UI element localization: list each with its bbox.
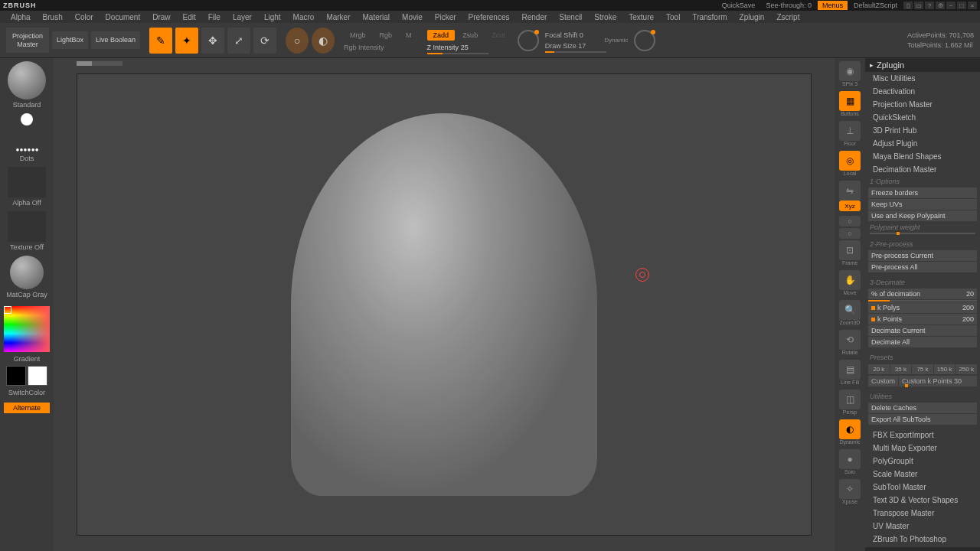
polypaint-weight-slider[interactable]: Polypaint weight [865, 222, 980, 233]
zintensity-slider[interactable]: Z Intensity 25 [427, 44, 511, 51]
decimate-current-button[interactable]: Decimate Current [868, 325, 977, 336]
live-boolean-button[interactable]: Live Boolean [91, 31, 140, 49]
swatch-secondary[interactable] [6, 366, 26, 386]
rotate-view-button[interactable]: ⟲ [839, 330, 861, 350]
brush-thumb[interactable] [8, 61, 46, 99]
minimize-icon[interactable]: − [946, 2, 956, 9]
gradient-label[interactable]: Gradient [14, 355, 41, 363]
dynamic-label[interactable]: Dynamic [604, 37, 628, 44]
plugin-projection[interactable]: Projection Master [865, 98, 980, 111]
menu-movie[interactable]: Movie [396, 13, 429, 21]
decimate-all-button[interactable]: Decimate All [868, 337, 977, 347]
menu-stroke[interactable]: Stroke [588, 13, 622, 21]
menu-zplugin[interactable]: Zplugin [733, 13, 771, 21]
menu-transform[interactable]: Transform [686, 13, 733, 21]
buttons-toggle[interactable]: ▦ [839, 91, 861, 111]
menu-draw[interactable]: Draw [146, 13, 176, 21]
plugin-quicksketch[interactable]: QuickSketch [865, 111, 980, 124]
plugin-misc[interactable]: Misc Utilities [865, 72, 980, 85]
preprocess-all-button[interactable]: Pre-process All [868, 262, 977, 272]
menu-document[interactable]: Document [100, 13, 147, 21]
plugin-decimation[interactable]: Decimation Master [865, 163, 980, 176]
m-button[interactable]: M [400, 30, 418, 41]
xyz-button[interactable]: Xyz [839, 201, 861, 211]
plugin-adjust[interactable]: Adjust Plugin [865, 137, 980, 150]
kpolys-slider[interactable]: k Polys200 [868, 302, 977, 313]
menu-brush[interactable]: Brush [37, 13, 69, 21]
persp-button[interactable]: ◫ [839, 390, 861, 409]
plugin-uvmaster[interactable]: UV Master [865, 520, 980, 533]
menu-alpha[interactable]: Alpha [5, 13, 37, 21]
linefill-button[interactable]: ▤ [839, 360, 861, 380]
sculptris-button[interactable]: ◐ [312, 28, 335, 54]
rgb-button[interactable]: Rgb [374, 30, 399, 41]
draw-mode-button[interactable]: ✦ [175, 28, 198, 54]
menu-marker[interactable]: Marker [320, 13, 356, 21]
menu-color[interactable]: Color [69, 13, 100, 21]
settings-icon[interactable]: ⚙ [936, 2, 945, 9]
preprocess-current-button[interactable]: Pre-process Current [868, 250, 977, 261]
mrgb-button[interactable]: Mrgb [344, 30, 372, 41]
keep-uvs-button[interactable]: Keep UVs [868, 199, 977, 210]
custom-button[interactable]: Custom [868, 376, 898, 386]
defaultscript-button[interactable]: DefaultZScript [851, 2, 900, 9]
maximize-icon[interactable]: □ [957, 2, 966, 9]
plugin-3dprint[interactable]: 3D Print Hub [865, 124, 980, 137]
scale-mode-button[interactable]: ⤢ [227, 28, 250, 54]
layout2-icon[interactable]: ▭ [914, 2, 923, 9]
decimation-percent-slider[interactable]: % of decimation20 [868, 289, 977, 299]
menu-tool[interactable]: Tool [660, 13, 686, 21]
plugin-subtool[interactable]: SubTool Master [865, 481, 980, 494]
menu-light[interactable]: Light [258, 13, 287, 21]
plugin-fbx[interactable]: FBX ExportImport [865, 429, 980, 442]
move-view-button[interactable]: ✋ [839, 270, 861, 290]
gizmo-button[interactable]: ○ [286, 28, 309, 54]
kpoints-slider[interactable]: k Points200 [868, 314, 977, 324]
plugin-polygroupit[interactable]: PolyGroupIt [865, 455, 980, 468]
solo-button[interactable]: ● [839, 449, 861, 469]
menus-button[interactable]: Menus [818, 1, 848, 10]
menu-edit[interactable]: Edit [177, 13, 202, 21]
plugin-zbrush2ps[interactable]: ZBrush To Photoshop [865, 533, 980, 546]
close-icon[interactable]: × [968, 2, 977, 9]
brush-size-icon[interactable] [634, 30, 655, 51]
use-polypaint-button[interactable]: Use and Keep Polypaint [868, 210, 977, 221]
menu-macro[interactable]: Macro [287, 13, 321, 21]
menu-texture[interactable]: Texture [622, 13, 660, 21]
zoom-button[interactable]: 🔍 [839, 300, 861, 320]
dynamic-button[interactable]: ◐ [839, 419, 861, 439]
freeze-borders-button[interactable]: Freeze borders [868, 187, 977, 198]
draw-size-slider[interactable]: Draw Size 17 [545, 42, 586, 50]
plugin-transpose[interactable]: Transpose Master [865, 507, 980, 520]
plugin-scalemaster[interactable]: Scale Master [865, 468, 980, 481]
lsym-button[interactable]: ⇋ [839, 181, 861, 201]
plugin-text3d[interactable]: Text 3D & Vector Shapes [865, 494, 980, 507]
texture-thumb[interactable] [8, 211, 46, 242]
menu-material[interactable]: Material [357, 13, 397, 21]
plugin-maya[interactable]: Maya Blend Shapes [865, 150, 980, 163]
help-icon[interactable]: ? [925, 2, 934, 9]
edit-mode-button[interactable]: ✎ [149, 28, 172, 54]
menu-picker[interactable]: Picker [429, 13, 462, 21]
menu-render[interactable]: Render [516, 13, 554, 21]
doc-scrollbar[interactable] [77, 61, 122, 66]
alternate-button[interactable]: Alternate [4, 403, 50, 413]
preset-250k[interactable]: 250 k [956, 364, 977, 374]
export-subtools-button[interactable]: Export All SubTools [868, 414, 977, 425]
menu-preferences[interactable]: Preferences [462, 13, 516, 21]
panel-header[interactable]: Zplugin [865, 58, 980, 72]
floor-button[interactable]: ⊥ [839, 121, 861, 141]
rotate-mode-button[interactable]: ⟳ [253, 28, 276, 54]
frame-button[interactable]: ⊡ [839, 240, 861, 260]
zsub-button[interactable]: Zsub [456, 30, 484, 41]
swatch-primary[interactable] [28, 366, 47, 386]
preset-150k[interactable]: 150 k [934, 364, 956, 374]
rgb-intensity-slider[interactable]: Rgb Intensity [344, 44, 418, 51]
z-button[interactable]: ○ [839, 228, 861, 239]
bpr-button[interactable]: ◉ [839, 61, 861, 81]
alpha-thumb[interactable] [8, 167, 46, 197]
color-picker[interactable] [4, 306, 50, 352]
zadd-button[interactable]: Zadd [427, 30, 456, 41]
preset-35k[interactable]: 35 k [890, 364, 912, 374]
menu-layer[interactable]: Layer [227, 13, 258, 21]
